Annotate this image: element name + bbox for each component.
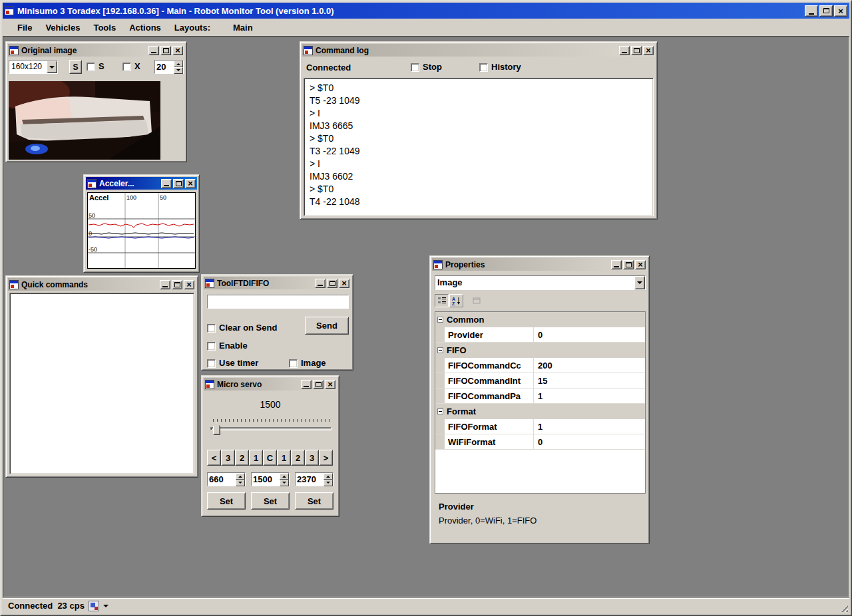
minimize-button[interactable] (315, 279, 325, 288)
minimize-button[interactable] (619, 46, 630, 55)
set-mid-button[interactable]: Set (251, 492, 290, 510)
property-name[interactable]: FIFOFormat (445, 419, 534, 434)
property-value[interactable]: 1 (534, 391, 645, 401)
object-selector[interactable]: Image (435, 275, 646, 290)
servo-plus2-button[interactable]: 2 (291, 450, 305, 466)
spin-up-button[interactable] (280, 473, 289, 480)
app-icon[interactable] (5, 6, 14, 15)
menu-layout-main[interactable]: Main (226, 21, 260, 35)
spin-up-button[interactable] (236, 473, 245, 480)
spin-down-button[interactable] (174, 67, 183, 74)
property-row-fifoformat[interactable]: FIFOFormat 1 (435, 419, 645, 434)
object-selector-value[interactable]: Image (435, 276, 634, 289)
minimize-button[interactable] (160, 280, 170, 289)
close-button[interactable]: × (172, 46, 183, 55)
snapshot-button[interactable]: S (69, 60, 82, 74)
spin-down-button[interactable] (323, 480, 333, 486)
interval-input[interactable] (155, 61, 174, 73)
close-button[interactable]: × (643, 46, 654, 55)
history-checkbox[interactable] (479, 63, 488, 72)
close-button[interactable]: × (339, 279, 349, 288)
minimize-button[interactable] (301, 380, 312, 389)
dropdown-button[interactable] (634, 276, 645, 289)
micro-servo-titlebar[interactable]: Micro servo × (204, 378, 337, 390)
servo-mid-input[interactable] (252, 473, 280, 486)
servo-left-button[interactable]: < (207, 450, 221, 466)
maximize-button[interactable] (172, 280, 182, 289)
image-checkbox[interactable] (289, 359, 298, 368)
servo-max-stepper[interactable] (295, 472, 333, 486)
property-value[interactable]: 15 (534, 376, 645, 386)
menu-tools[interactable]: Tools (87, 21, 122, 35)
maximize-button[interactable] (623, 260, 634, 269)
servo-plus3-button[interactable]: 3 (305, 450, 319, 466)
maximize-button[interactable] (631, 46, 642, 55)
collapse-icon[interactable] (437, 408, 443, 414)
maximize-button[interactable] (313, 380, 323, 389)
servo-right-button[interactable]: > (319, 450, 333, 466)
property-name[interactable]: FIFOCommandInt (445, 373, 534, 388)
accelerometer-titlebar[interactable]: Acceler... × (86, 177, 197, 190)
category-row-common[interactable]: Common (435, 312, 645, 327)
property-row-fifocommandpa[interactable]: FIFOCommandPa 1 (435, 388, 645, 404)
collapse-icon[interactable] (437, 347, 443, 353)
property-value[interactable]: 1 (534, 422, 645, 432)
command-input[interactable] (208, 295, 348, 308)
spin-down-button[interactable] (280, 480, 289, 486)
category-row-format[interactable]: Format (435, 404, 645, 419)
resolution-select[interactable]: 160x120 (9, 60, 58, 74)
spin-up-button[interactable] (323, 473, 333, 480)
use-timer-checkbox[interactable] (207, 359, 216, 368)
servo-min-input[interactable] (208, 473, 236, 486)
property-row-wififormat[interactable]: WiFiFormat 0 (435, 434, 645, 450)
property-name[interactable]: WiFiFormat (445, 434, 534, 449)
servo-minus1-button[interactable]: 1 (249, 450, 263, 466)
dropdown-button[interactable] (47, 61, 57, 73)
spin-up-button[interactable] (174, 61, 183, 67)
minimize-button[interactable] (805, 5, 818, 17)
status-dropdown-icon[interactable] (103, 605, 108, 610)
property-row-provider[interactable]: Provider 0 (435, 327, 645, 343)
maximize-button[interactable] (819, 5, 833, 17)
toolftdififo-titlebar[interactable]: ToolFTDIFIFO × (204, 277, 351, 289)
close-button[interactable]: × (325, 380, 335, 389)
servo-slider-track[interactable] (210, 427, 331, 430)
menu-vehicles[interactable]: Vehicles (39, 21, 87, 35)
maximize-button[interactable] (160, 46, 171, 55)
menu-layouts[interactable]: Layouts: (168, 21, 217, 35)
close-button[interactable]: × (184, 280, 194, 289)
servo-slider-thumb[interactable] (213, 422, 220, 435)
property-value[interactable]: 0 (534, 330, 645, 340)
resolution-value[interactable]: 160x120 (9, 61, 47, 73)
minimize-button[interactable] (611, 260, 622, 269)
original-image-titlebar[interactable]: Original image × (8, 44, 184, 57)
property-value[interactable]: 0 (534, 437, 645, 447)
command-log-output[interactable]: > $T0 T5 -23 1049 > I IMJ3 6665 > $T0 T3… (304, 78, 654, 216)
servo-min-stepper[interactable] (207, 472, 246, 486)
quick-commands-titlebar[interactable]: Quick commands × (8, 278, 196, 291)
properties-titlebar[interactable]: Properties × (432, 258, 647, 271)
s-checkbox[interactable] (87, 63, 95, 71)
property-row-fifocommandcount[interactable]: FIFOCommandCc 200 (435, 358, 645, 373)
menu-file[interactable]: File (11, 21, 39, 35)
minimize-button[interactable] (148, 46, 159, 55)
minimize-button[interactable] (161, 179, 172, 188)
servo-max-input[interactable] (296, 473, 323, 486)
property-name[interactable]: FIFOCommandPa (445, 388, 534, 403)
categorized-view-button[interactable] (435, 294, 449, 307)
interval-stepper[interactable] (154, 60, 184, 74)
property-name[interactable]: Provider (445, 327, 534, 342)
close-button[interactable]: × (185, 179, 196, 188)
servo-minus3-button[interactable]: 3 (221, 450, 235, 466)
maximize-button[interactable] (173, 179, 184, 188)
status-image-icon[interactable] (89, 601, 99, 611)
quick-commands-list[interactable] (9, 293, 194, 474)
collapse-icon[interactable] (437, 317, 443, 323)
set-max-button[interactable]: Set (295, 492, 333, 510)
alphabetical-view-button[interactable]: A Z (449, 294, 463, 307)
menu-actions[interactable]: Actions (122, 21, 168, 35)
main-titlebar[interactable]: Minisumo 3 Toradex [192.168.0.36] - Main… (3, 3, 849, 19)
resize-grip[interactable] (839, 603, 848, 612)
servo-plus1-button[interactable]: 1 (277, 450, 291, 466)
servo-center-button[interactable]: C (263, 450, 277, 466)
